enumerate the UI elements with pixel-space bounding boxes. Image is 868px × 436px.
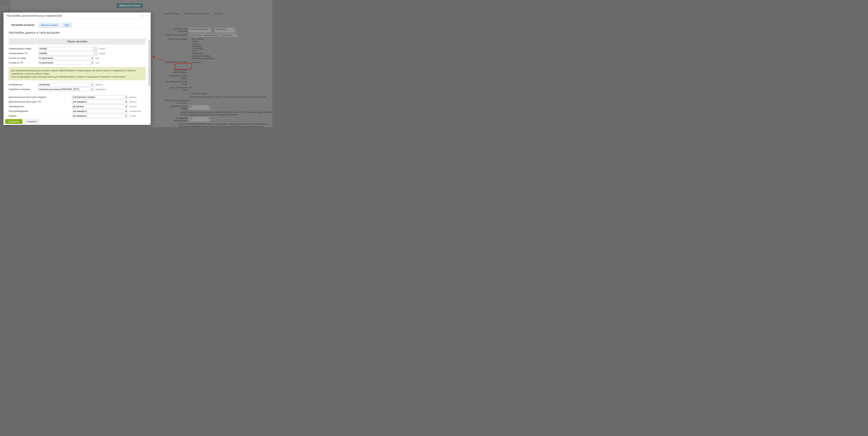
note-line: Для формирования фида для рекламы товаро…: [11, 69, 143, 75]
checkbox-icon[interactable]: [189, 41, 191, 43]
bg-type-item: Все товары: [192, 38, 204, 40]
checkbox-icon[interactable]: [189, 50, 191, 53]
checkbox-icon[interactable]: [189, 55, 191, 57]
checkbox-icon[interactable]: [189, 58, 191, 60]
bg-type-list: Все товары Обувь Джинсы Футболки Аксессу…: [189, 38, 214, 60]
bg-type-item: Домашняя одежда: [192, 55, 210, 57]
label-additional-photos-tp: Дополнительные фото (для ТП):: [9, 101, 72, 103]
select-vendor[interactable]: [9] Артикул: [72, 105, 128, 108]
label-vendor-code: Код производителя:: [9, 110, 72, 112]
field-annotation: (name): [99, 48, 105, 50]
scroll-down-icon[interactable]: ▼: [148, 106, 150, 107]
input-product-name[interactable]: [38, 47, 94, 51]
select-additional-photos-tp[interactable]: (не выводить): [72, 100, 128, 104]
select-image[interactable]: автовыбор: [38, 83, 94, 87]
checkbox-icon[interactable]: [189, 75, 191, 77]
bg-type-item: Косметика: [192, 53, 203, 55]
label-description: Подробное описание:: [9, 88, 38, 91]
bg-note: ✓ Товары в скидке: [189, 92, 208, 95]
bg-label: Минимальная маржина на остатке:: [164, 99, 189, 104]
info-note: Для формирования фида для рекламы товаро…: [9, 67, 146, 80]
save-button[interactable]: Сохранить: [5, 119, 22, 124]
sidebar-icon: [3, 7, 7, 11]
settings-modal: Настройка дополнительных параметров ▢ ✕ …: [3, 12, 151, 125]
field-annotation: (name): [99, 53, 105, 55]
label-product-url: Ссылка на товар:: [9, 57, 38, 59]
modal-titlebar: Настройка дополнительных параметров ▢ ✕: [3, 12, 151, 19]
field-annotation: (model): [129, 115, 136, 117]
bg-note: Укажите признак внутреннего уникат предл…: [179, 123, 272, 127]
select-product-url[interactable]: по умолчанию: [38, 56, 94, 60]
checkbox-icon[interactable]: [189, 53, 191, 55]
bg-form: Инфоблок для выгрузки: Каталоги [catalog…: [164, 28, 272, 127]
bg-select[interactable]: ID: [189, 105, 210, 110]
bg-label: Инфоблок для выгрузки:: [164, 28, 189, 33]
scrollbar-thumb[interactable]: [149, 40, 150, 86]
note-line: Если вы формируете фид непосредственно д…: [11, 75, 143, 78]
maximize-button[interactable]: ▢: [140, 14, 145, 18]
bg-type-item: Пояс: [192, 50, 197, 53]
checkbox-icon[interactable]: [189, 38, 191, 40]
bg-type-item: Футболки: [192, 45, 202, 47]
bg-type-item: Джинсы: [192, 43, 200, 45]
bg-tabs: Настройcтве Ограничение по цене Фильтр: [164, 12, 228, 15]
bg-type-item: Аксессуары: [192, 47, 204, 50]
close-button[interactable]: ✕: [145, 14, 149, 18]
bg-type-item: Обувь: [192, 40, 198, 43]
select-offer-url[interactable]: по умолчанию: [38, 61, 94, 65]
bg-label: Использовать простой товар:: [164, 80, 189, 85]
bg-tab[interactable]: Фильтр: [215, 12, 223, 15]
field-annotation: (vendorCode): [129, 110, 141, 112]
tab-vat[interactable]: НДС: [62, 23, 72, 28]
modal-tabs: Настройка выгрузки Валюты и цены НДС: [9, 22, 146, 28]
modal-body: Настройка выгрузки Валюты и цены НДС Нас…: [3, 19, 151, 118]
label-model: Модель:: [9, 114, 72, 117]
label-offer-url: Ссылка на ТП:: [9, 62, 38, 64]
select-model[interactable]: (не выводить): [72, 114, 128, 118]
field-annotation: (url): [95, 62, 99, 64]
bg-select[interactable]: ID: [189, 117, 210, 122]
modal-footer: Сохранить Отменить: [3, 118, 151, 125]
back-to-list-button[interactable]: Вернуться в список: [116, 3, 143, 8]
field-annotation: (picture): [129, 96, 136, 98]
label-vendor: Производитель:: [9, 105, 72, 108]
bg-type-item: Нижнее белье/купальн: [192, 57, 214, 60]
field-annotation: (vendor): [129, 105, 136, 107]
checkbox-icon[interactable]: [189, 43, 191, 45]
label-additional-photos: Дополнительные фото (для товаров):: [9, 96, 72, 98]
section-title: Настройка данных и типа выгрузки: [9, 31, 146, 35]
select-description[interactable]: описание для анонса (PREVIEW_TEXT): [38, 88, 94, 91]
bg-select[interactable]: [31] Каталог товаров (Каталог с торговым…: [189, 34, 238, 37]
cancel-button[interactable]: Отменить: [24, 119, 39, 124]
resize-handle-icon[interactable]: ◢: [149, 122, 150, 125]
modal-title: Настройка дополнительных параметров: [7, 14, 140, 18]
bg-label: Выбор типа товара:: [164, 38, 189, 40]
svg-marker-1: [153, 56, 155, 58]
checkbox-icon[interactable]: [189, 48, 191, 50]
field-annotation: (url): [95, 57, 99, 59]
bg-tab[interactable]: Настройcтве: [164, 12, 179, 15]
field-annotation: (description): [95, 88, 106, 90]
annotation-box: [175, 63, 192, 70]
field-annotation: (picture): [95, 83, 102, 86]
label-image: Изображение:: [9, 83, 38, 86]
checkbox-icon[interactable]: [189, 45, 191, 47]
checkbox-icon[interactable]: [189, 81, 191, 83]
tab-export-settings[interactable]: Настройка выгрузки: [9, 22, 37, 28]
label-product-name: Наименование товара:: [9, 47, 38, 50]
bg-select[interactable]: Одежда [2]: [215, 28, 236, 33]
bg-tab[interactable]: Ограничение по цене: [184, 12, 209, 15]
browse-button[interactable]: ...: [94, 47, 97, 51]
panel-header: Общие настройки: [9, 38, 146, 44]
bg-select[interactable]: Каталоги [catalog]: [189, 28, 211, 33]
bg-label: Элемент для выгрузки:: [164, 34, 189, 37]
bg-label: Выгружать статусы товара:: [164, 74, 189, 79]
label-offer-name: Наименование ТП:: [9, 52, 38, 55]
tab-currency-prices[interactable]: Валюты и цены: [38, 23, 60, 28]
bg-note: - дополнительно включить статус с дополн…: [189, 96, 266, 98]
browse-button[interactable]: ...: [94, 52, 97, 55]
input-offer-name[interactable]: [38, 52, 94, 55]
bg-label: Уникальное предложение:: [164, 117, 189, 122]
select-vendor-code[interactable]: (не выводить): [72, 109, 128, 113]
select-additional-photos[interactable]: [13] Картинки галереи: [72, 95, 128, 99]
